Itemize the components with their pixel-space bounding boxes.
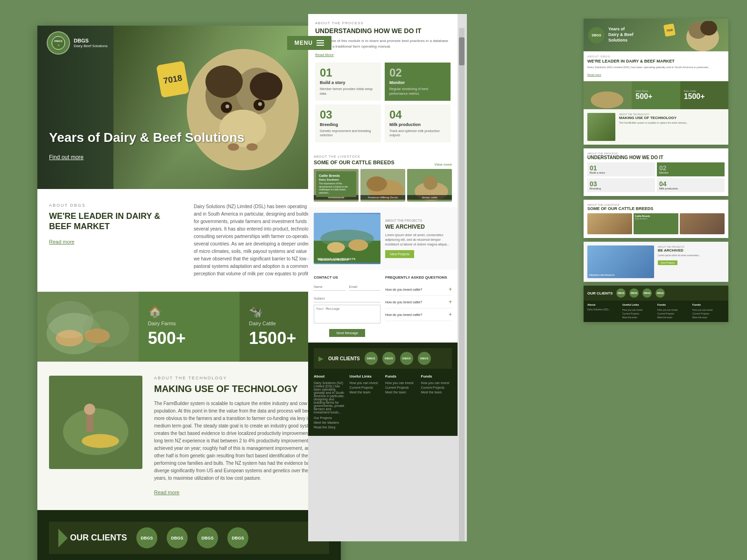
hero-title: Years of Dairy & Beef Solutions bbox=[49, 130, 245, 146]
faq-item-3[interactable]: How do you breed cattle? + bbox=[385, 308, 452, 321]
client-logo-3: DBGS bbox=[197, 527, 218, 548]
side-hero-title: Years ofDairy & BeefSolutions bbox=[608, 27, 634, 43]
cf-funds-col-2: Funds How you can invest Current Project… bbox=[421, 374, 452, 430]
faq-section: FREQUENTLY ASKED QUESTIONS How do you br… bbox=[385, 275, 452, 337]
svg-point-24 bbox=[82, 434, 119, 448]
side-logo: DBGS bbox=[588, 27, 605, 43]
breed-montbeliarde: Cattle Breeds Dairy Southern The importa… bbox=[314, 169, 359, 202]
cf-logo-3: DBGS bbox=[400, 352, 413, 365]
breeds-view-more[interactable]: View more bbox=[434, 162, 452, 167]
tech-read-more[interactable]: Read more bbox=[154, 490, 179, 495]
side-read-more[interactable]: Read more bbox=[587, 73, 601, 76]
side-archive-img: PREVIOUS COW PROJECTS bbox=[587, 245, 654, 278]
side-stats: Dairy Farms 500+ Dairy Cattle 1500+ bbox=[584, 81, 728, 109]
subject-input[interactable] bbox=[314, 295, 381, 302]
breed-jersey: Jersey cattle bbox=[407, 169, 452, 202]
mini-cattle-stat: Dairy Cattle 1500+ bbox=[680, 81, 728, 109]
spm-4: 04 Milk production bbox=[657, 178, 725, 192]
hero-content: Years of Dairy & Beef Solutions Find out… bbox=[49, 130, 245, 161]
scroll-thumb[interactable] bbox=[459, 37, 465, 65]
svg-point-23 bbox=[84, 404, 95, 415]
process-label: ABOUT THE PROCESS bbox=[315, 21, 451, 25]
side-mini-hero: DBGS Years ofDairy & BeefSolutions 7018 bbox=[584, 19, 728, 51]
svg-text:🐄: 🐄 bbox=[57, 44, 60, 46]
email-input[interactable] bbox=[349, 283, 381, 291]
archive-title: WE ARCHIVED bbox=[385, 224, 452, 230]
contact-label: CONTACT US bbox=[314, 275, 381, 280]
breed-popup: Cattle Breeds Dairy Southern The importa… bbox=[316, 171, 356, 197]
process-step-2: 02 Monitor Regular monitoring of herd pe… bbox=[385, 63, 451, 101]
side-mini-archived: PREVIOUS COW PROJECTS ABOUT THE PROJECTS… bbox=[584, 242, 728, 282]
scrollbar[interactable] bbox=[459, 28, 465, 541]
footer: OUR CLIENTS DBGS DBGS DBGS DBGS DBGS EMA… bbox=[37, 510, 341, 560]
breed-milking-devon: American Milking Devon bbox=[360, 169, 405, 202]
clients-bar: OUR CLIENTS DBGS DBGS DBGS DBGS bbox=[49, 522, 329, 554]
side-cattle-grid: Cattle Breeds Dairy Southern bbox=[587, 213, 725, 234]
tech-title: MAKING USE OF TECHNOLOGY bbox=[154, 383, 329, 394]
send-button[interactable]: Send Message bbox=[329, 329, 365, 337]
svg-text:PREVIOUS COW PROJECTS: PREVIOUS COW PROJECTS bbox=[318, 259, 348, 261]
spm-2: 02 Monitor bbox=[657, 162, 725, 176]
center-footer: ▶ OUR CLIENTS DBGS DBGS DBGS DBGS About … bbox=[308, 343, 458, 436]
faq-label: FREQUENTLY ASKED QUESTIONS bbox=[385, 275, 452, 280]
about-title: WE'RE LEADER IN DAIRY & BEEF MARKET bbox=[49, 211, 184, 231]
side-breed-1 bbox=[587, 213, 632, 234]
svg-point-10 bbox=[226, 105, 229, 108]
svg-rect-22 bbox=[86, 413, 93, 432]
svg-point-12 bbox=[52, 36, 65, 49]
side-archive-btn[interactable]: View Projects bbox=[658, 260, 677, 265]
mini-farms-stat: Dairy Farms 500+ bbox=[632, 81, 680, 109]
logo-text: DBGS Dairy Beef Solutions bbox=[74, 38, 107, 49]
side-breed-3 bbox=[680, 213, 725, 234]
tech-content: ABOUT THE TECHNOLOGY MAKING USE OF TECHN… bbox=[154, 376, 329, 496]
center-scroll-content: ABOUT THE PROCESS UNDERSTANDING HOW WE D… bbox=[308, 14, 458, 436]
faq-expand-2[interactable]: + bbox=[449, 299, 452, 305]
cattle-label: Dairy Cattle bbox=[249, 321, 275, 326]
faq-expand-1[interactable]: + bbox=[449, 286, 452, 293]
svg-point-21 bbox=[63, 408, 128, 455]
side-breed-2: Cattle Breeds Dairy Southern bbox=[634, 213, 678, 234]
name-input[interactable] bbox=[314, 283, 345, 291]
svg-point-33 bbox=[423, 176, 437, 190]
breeds-label: ABOUT THE LIVESTOCK bbox=[314, 155, 452, 158]
mini-ear-tag: 7018 bbox=[663, 23, 676, 36]
logo-icon: DBGS 🐄 bbox=[47, 31, 70, 55]
side-clients-bar: OUR CLIENTS DBGS DBGS DBGS DBGS bbox=[584, 286, 728, 301]
cattle-icon: 🐄 bbox=[249, 305, 263, 318]
archive-cta[interactable]: View Projects bbox=[385, 250, 414, 258]
farm-icon: 🏠 bbox=[148, 305, 162, 318]
client-logo-2: DBGS bbox=[167, 527, 188, 548]
side-mini-cattle: ABOUT THE LIVESTOCK SOME OF OUR CATTLE B… bbox=[584, 200, 728, 238]
process-step-4: 04 Milk production Track and optimize mi… bbox=[385, 105, 451, 143]
about-label: ABOUT DBGS bbox=[49, 203, 184, 208]
faq-expand-3[interactable]: + bbox=[449, 311, 452, 318]
faq-item-2[interactable]: How do you breed cattle? + bbox=[385, 296, 452, 308]
archive-image: PREVIOUS COW PROJECTS bbox=[314, 213, 381, 264]
about-read-more[interactable]: Read more bbox=[49, 239, 74, 245]
tech-description: The FarmBuilder system is scalable to ca… bbox=[154, 400, 329, 482]
svg-point-11 bbox=[258, 102, 262, 106]
svg-point-18 bbox=[56, 330, 83, 346]
process-steps: 01 Build a story Member farmer provides … bbox=[315, 63, 451, 142]
dairy-farms-stat: 🏠 Dairy Farms 500+ bbox=[139, 292, 240, 362]
about-section: ABOUT DBGS WE'RE LEADER IN DAIRY & BEEF … bbox=[37, 189, 341, 292]
hero-cta[interactable]: Find out more bbox=[49, 154, 84, 161]
svg-point-4 bbox=[250, 72, 282, 100]
archive-content: ABOUT THE PROJECTS WE ARCHIVED Lorem ips… bbox=[385, 213, 452, 264]
side-mini-1: DBGS Years ofDairy & BeefSolutions 7018 … bbox=[584, 19, 728, 145]
message-input[interactable] bbox=[314, 305, 381, 323]
side-mini-footer: OUR CLIENTS DBGS DBGS DBGS DBGS About Da… bbox=[584, 286, 728, 322]
spm-3: 03 Breeding bbox=[587, 178, 655, 192]
tech-image bbox=[49, 376, 142, 469]
menu-button[interactable]: MENU bbox=[287, 36, 331, 50]
hero-section: 7018 DBGS 🐄 DBGS Dairy Beef Solutions M bbox=[37, 26, 341, 189]
cf-logo-2: DBGS bbox=[382, 352, 395, 365]
svg-text:DBGS: DBGS bbox=[54, 40, 62, 42]
breeds-section: ABOUT THE LIVESTOCK SOME OF OUR CATTLE B… bbox=[308, 149, 458, 207]
cf-clients-title: OUR CLIENTS bbox=[328, 356, 360, 361]
faq-item-1[interactable]: How do you breed cattle? + bbox=[385, 283, 452, 296]
svg-point-38 bbox=[348, 239, 368, 251]
side-archived-section: PREVIOUS COW PROJECTS ABOUT THE PROJECTS… bbox=[584, 242, 728, 282]
archive-description: Lorem ipsum dolor sit amet, consectetur … bbox=[385, 233, 452, 246]
clients-title: OUR CLIENTS bbox=[70, 533, 127, 543]
